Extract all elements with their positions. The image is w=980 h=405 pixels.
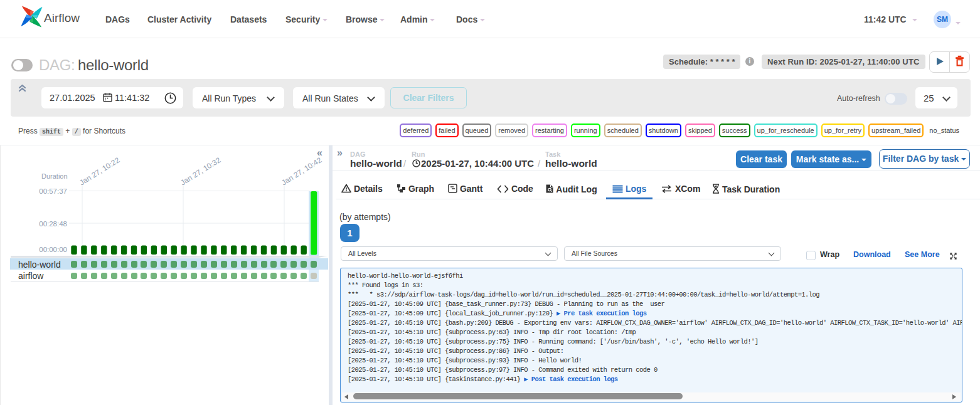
svg-text:Jan 27, 10:42: Jan 27, 10:42 xyxy=(280,155,323,187)
svg-text:Jan 27, 10:32: Jan 27, 10:32 xyxy=(179,155,222,187)
svg-text:Jan 27, 10:22: Jan 27, 10:22 xyxy=(78,155,121,187)
